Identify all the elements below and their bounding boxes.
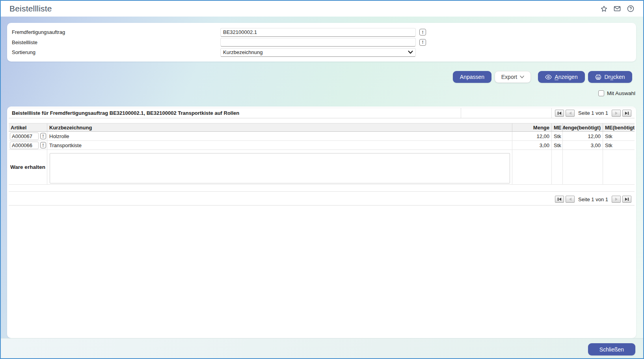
- page-title: Beistellliste: [9, 4, 52, 13]
- fremdfertigungsauftrag-lookup-icon[interactable]: !: [419, 29, 426, 36]
- artikel-cell: A000066 !: [9, 141, 47, 150]
- fremdfertigungsauftrag-input[interactable]: [220, 28, 416, 37]
- toolbar: Anpassen Export Anzeigen Druck: [453, 71, 632, 83]
- chevron-down-icon: [520, 75, 524, 79]
- anzeigen-button-label: Anzeigen: [555, 74, 577, 80]
- beistellliste-label: Beistellliste: [12, 39, 220, 45]
- table-row[interactable]: A000067 ! Holzrolle 12,00 Stk 12,00 Stk: [9, 132, 635, 141]
- me-cell: Stk: [552, 141, 563, 150]
- column-header-kurzbezeichnung[interactable]: Kurzbezeichnung: [47, 123, 512, 131]
- page-indicator: Seite 1 von 1: [578, 110, 608, 116]
- artikel-value-box[interactable]: A000067: [10, 133, 39, 140]
- next-page-icon[interactable]: [612, 196, 621, 203]
- menge-benoetigt-cell: 3,00: [563, 141, 603, 150]
- table-header-row: Artikel Kurzbezeichnung Menge ME Menge(b…: [9, 123, 635, 132]
- schliessen-button[interactable]: Schließen: [588, 343, 635, 355]
- menge-cell: 3,00: [512, 141, 552, 150]
- empty-cell: [552, 150, 563, 184]
- sortierung-selected-value: Kurzbezeichnung: [223, 49, 408, 55]
- artikel-lookup-icon[interactable]: !: [40, 142, 46, 148]
- beistellliste-input[interactable]: [220, 38, 416, 47]
- kurzbezeichnung-cell: Holzrolle: [47, 132, 512, 140]
- previous-page-icon[interactable]: [566, 196, 575, 203]
- export-button-label: Export: [501, 74, 517, 80]
- table-title-row: Beistellliste für Fremdfertigungsauftrag…: [9, 108, 635, 118]
- me-benoetigt-cell: Stk: [603, 132, 635, 140]
- artikel-value-box[interactable]: A000066: [10, 142, 39, 149]
- column-header-me[interactable]: ME: [552, 123, 563, 131]
- chevron-down-icon: [408, 50, 413, 54]
- previous-page-icon[interactable]: [566, 110, 575, 117]
- bottom-pagination: Seite 1 von 1: [9, 193, 635, 206]
- first-page-icon[interactable]: [555, 110, 564, 117]
- first-page-icon[interactable]: [555, 196, 564, 203]
- ware-erhalten-row: Ware erhalten: [9, 150, 635, 185]
- mit-auswahl-label: Mit Auswahl: [607, 90, 635, 96]
- last-page-icon[interactable]: [622, 110, 631, 117]
- empty-cell: [603, 150, 635, 184]
- envelope-icon[interactable]: [613, 5, 621, 13]
- result-panel: Beistellliste für Fremdfertigungsauftrag…: [7, 107, 636, 338]
- column-header-artikel[interactable]: Artikel: [9, 123, 47, 131]
- menge-benoetigt-cell: 12,00: [563, 132, 603, 140]
- ware-erhalten-cell: [47, 150, 512, 184]
- sortierung-select[interactable]: Kurzbezeichnung: [220, 48, 416, 57]
- ware-erhalten-label: Ware erhalten: [9, 150, 47, 184]
- printer-icon: [595, 74, 601, 80]
- kurzbezeichnung-cell: Transportkiste: [47, 141, 512, 150]
- beistellliste-lookup-icon[interactable]: !: [419, 39, 426, 46]
- footer-bar: Schließen: [1, 338, 643, 358]
- empty-cell: [512, 150, 552, 184]
- export-button[interactable]: Export: [495, 71, 531, 83]
- fremdfertigungsauftrag-label: Fremdfertigungsauftrag: [12, 29, 220, 35]
- beistellliste-table: Artikel Kurzbezeichnung Menge ME Menge(b…: [9, 123, 635, 185]
- mit-auswahl-row: Mit Auswahl: [598, 90, 635, 96]
- eye-icon: [545, 75, 552, 80]
- anpassen-button[interactable]: Anpassen: [453, 71, 491, 83]
- me-cell: Stk: [552, 132, 563, 140]
- table-row[interactable]: A000066 ! Transportkiste 3,00 Stk 3,00 S…: [9, 141, 635, 150]
- me-benoetigt-cell: Stk: [603, 141, 635, 150]
- titlebar-icons: [600, 5, 635, 13]
- table-footer-strip: [9, 186, 635, 192]
- sortierung-label: Sortierung: [12, 49, 220, 55]
- next-page-icon[interactable]: [612, 110, 621, 117]
- mit-auswahl-checkbox[interactable]: [598, 90, 604, 96]
- drucken-button[interactable]: Drucken: [588, 71, 632, 83]
- form-row-fremdfertigungsauftrag: Fremdfertigungsauftrag !: [12, 27, 631, 37]
- column-header-menge[interactable]: Menge: [512, 123, 552, 131]
- anzeigen-button[interactable]: Anzeigen: [538, 71, 585, 83]
- menge-cell: 12,00: [512, 132, 552, 140]
- column-header-me-benoetigt[interactable]: ME(benötigt): [603, 123, 635, 131]
- table-title: Beistellliste für Fremdfertigungsauftrag…: [9, 108, 461, 118]
- titlebar: Beistellliste: [1, 1, 643, 17]
- beistellliste-window: Beistellliste: [0, 0, 644, 359]
- page-indicator: Seite 1 von 1: [578, 196, 608, 202]
- content-area: Fremdfertigungsauftrag ! Beistellliste !…: [1, 17, 643, 338]
- help-icon[interactable]: [627, 5, 635, 13]
- empty-cell: [563, 150, 603, 184]
- artikel-lookup-icon[interactable]: !: [40, 133, 46, 139]
- form-row-sortierung: Sortierung Kurzbezeichnung: [12, 47, 631, 57]
- column-header-menge-benoetigt[interactable]: Menge(benötigt): [563, 123, 603, 131]
- top-pagination: Seite 1 von 1: [551, 108, 635, 118]
- ware-erhalten-textarea[interactable]: [50, 153, 510, 183]
- artikel-cell: A000067 !: [9, 132, 47, 140]
- form-row-beistellliste: Beistellliste !: [12, 37, 631, 47]
- last-page-icon[interactable]: [622, 196, 631, 203]
- filter-form-panel: Fremdfertigungsauftrag ! Beistellliste !…: [7, 23, 636, 62]
- drucken-button-label: Drucken: [604, 74, 625, 80]
- favorite-star-icon[interactable]: [600, 5, 608, 13]
